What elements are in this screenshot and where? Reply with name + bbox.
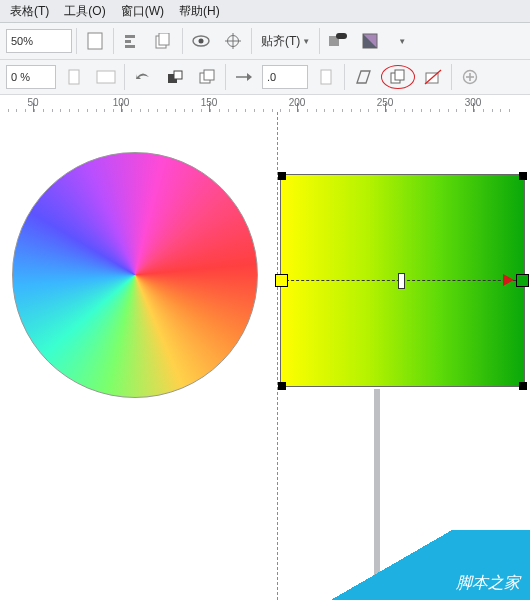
align-left-icon[interactable] [118,27,146,55]
svg-rect-24 [426,73,438,83]
arrow-right-icon[interactable] [230,63,258,91]
menu-help[interactable]: 帮助(H) [173,1,226,22]
menu-tools[interactable]: 工具(O) [58,1,111,22]
transform-skew-icon[interactable] [349,63,377,91]
stepper-c-icon[interactable] [312,63,340,91]
svg-rect-11 [329,36,339,46]
number-input[interactable] [262,65,308,89]
svg-rect-23 [395,70,404,80]
gradient-midpoint[interactable] [398,273,405,289]
svg-rect-14 [69,70,79,84]
zoom-input[interactable] [6,29,72,53]
stepper-b-icon[interactable] [92,63,120,91]
percent-input[interactable] [6,65,56,89]
svg-rect-15 [97,71,115,83]
svg-rect-1 [125,35,135,38]
guide-vertical[interactable] [277,112,278,600]
gradient-arrow-icon [503,274,514,286]
target-icon[interactable] [219,27,247,55]
undo-icon[interactable] [129,63,157,91]
svg-rect-17 [174,71,182,79]
svg-rect-0 [88,33,102,49]
svg-rect-21 [321,70,331,84]
shape-tool-icon[interactable] [161,63,189,91]
menu-tables[interactable]: 表格(T) [4,1,55,22]
snap-dropdown[interactable]: 贴齐(T) ▼ [256,30,315,53]
half-square-icon[interactable] [356,27,384,55]
stepper-a-icon[interactable] [60,63,88,91]
svg-line-25 [425,70,441,84]
svg-rect-16 [168,74,177,83]
svg-rect-19 [204,70,214,80]
circle-object[interactable] [12,152,258,398]
svg-point-26 [464,71,477,84]
svg-rect-3 [125,45,135,48]
svg-rect-2 [125,40,131,43]
svg-point-7 [199,39,204,44]
canvas[interactable] [0,112,530,600]
eye-icon[interactable] [187,27,215,55]
svg-rect-4 [156,36,166,48]
svg-point-8 [228,36,239,47]
footer-banner: 脚本之家 [330,530,530,600]
svg-rect-13 [363,34,377,48]
clear-transform-icon[interactable] [419,63,447,91]
gradient-stop-end[interactable] [516,274,529,287]
svg-point-6 [193,36,209,46]
duplicate-icon[interactable] [193,63,221,91]
svg-rect-12 [336,33,347,39]
add-icon[interactable] [456,63,484,91]
page-icon[interactable] [81,27,109,55]
menu-windows[interactable]: 窗口(W) [115,1,170,22]
copy-fill-button[interactable] [381,65,415,89]
dropdown-caret-icon[interactable]: ▼ [388,27,416,55]
page-duplicate-icon[interactable] [150,27,178,55]
toggle-a-icon[interactable] [324,27,352,55]
svg-rect-18 [200,73,210,83]
gradient-stop-start[interactable] [275,274,288,287]
svg-rect-5 [159,33,169,45]
